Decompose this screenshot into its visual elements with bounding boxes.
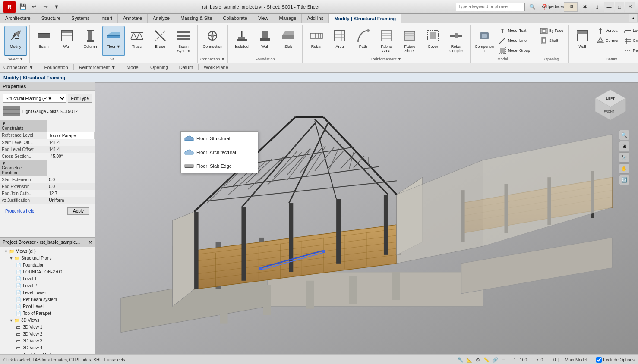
tree-item-3d-view-3[interactable]: 🗃 3D View 3 — [0, 338, 95, 345]
tree-item-foundation-2700[interactable]: 📄 FOUNDATION-2700 — [0, 269, 95, 276]
dormer-button[interactable]: Dormer — [594, 36, 621, 45]
path-button[interactable]: Path — [352, 26, 374, 56]
isolated-button[interactable]: Isolated — [231, 26, 253, 56]
tab-collaborate[interactable]: Collaborate — [218, 13, 253, 23]
shaft-button[interactable]: Shaft — [538, 36, 565, 45]
save-button[interactable]: 💾 — [18, 2, 28, 12]
tree-toggle-views[interactable]: ▼ — [3, 249, 9, 254]
rebar-coupler-button[interactable]: Rebar Coupler — [445, 26, 467, 56]
tree-item-3d-view-1[interactable]: 🗃 3D View 1 — [0, 324, 95, 331]
sub-ribbon-opening[interactable]: Opening — [150, 65, 168, 70]
tab-modify-structural[interactable]: Modify | Structural Framing — [329, 13, 401, 23]
canvas-area[interactable]: LEFT FRONT 🔍 ⊞ 🔭 ✋ 🔄 Floor: Structural — [95, 82, 638, 354]
exclude-options-checkbox[interactable]: Exclude Options — [596, 357, 635, 363]
truss-button[interactable]: Truss — [126, 26, 148, 56]
tab-view[interactable]: View — [253, 13, 274, 23]
search-input[interactable] — [456, 3, 525, 11]
prop-val-end-ext[interactable]: 0.0 — [47, 183, 94, 190]
datum-wall-button[interactable]: Wall — [571, 26, 594, 56]
tree-item-3d-views[interactable]: ▼ 📁 3D Views — [0, 317, 95, 324]
search-icon[interactable]: 🔍 — [527, 2, 537, 12]
sub-ribbon-connection[interactable]: Connection ▼ — [3, 65, 34, 70]
tree-toggle-struct-plans[interactable]: ▼ — [9, 256, 14, 261]
tab-insert[interactable]: Insert — [95, 13, 118, 23]
rebar-button[interactable]: Rebar — [305, 26, 328, 56]
exclude-options-input[interactable] — [596, 357, 602, 363]
tree-toggle-3d[interactable]: ▼ — [9, 318, 14, 323]
slab-button[interactable]: Slab — [277, 26, 300, 56]
tree-item-analytical-model[interactable]: 🗃 Analytical Model — [0, 351, 95, 355]
status-icon-5[interactable]: 🔗 — [492, 356, 499, 363]
tree-item-roof-level[interactable]: 📄 Roof Level — [0, 303, 95, 310]
prop-val-start-level[interactable]: 141.4 — [47, 139, 94, 146]
undo-button[interactable]: ↩ — [29, 2, 39, 12]
cover-button[interactable]: Cover — [422, 26, 444, 56]
sub-ribbon-model[interactable]: Model — [126, 65, 139, 70]
close-button[interactable]: ✕ — [625, 2, 635, 12]
tree-item-3d-view-2[interactable]: 🗃 3D View 2 — [0, 331, 95, 338]
component-button[interactable]: Component — [473, 26, 496, 56]
tab-massing[interactable]: Massing & Site — [175, 13, 218, 23]
wall-foundation-button[interactable]: Wall — [254, 26, 276, 56]
status-icon-4[interactable]: 📏 — [483, 356, 490, 363]
modify-tool-button[interactable]: Modify — [4, 26, 27, 56]
tab-annotate[interactable]: Annotate — [118, 13, 148, 23]
status-icon-6[interactable]: ☰ — [500, 356, 507, 363]
properties-help-link[interactable]: Properties help — [3, 208, 37, 214]
prop-val-cross-section[interactable]: -45.00° — [47, 153, 94, 160]
type-selector-dropdown[interactable]: Structural Framing (P ▼ — [3, 94, 66, 103]
level-button[interactable]: Level — [622, 26, 638, 35]
model-text-button[interactable]: T Model Text — [496, 26, 532, 35]
timer-button[interactable]: 30 — [564, 2, 578, 12]
tree-item-3d-view-4[interactable]: 🗃 3D View 4 — [0, 345, 95, 351]
wall-button[interactable]: Wall — [56, 26, 78, 56]
tab-analyze[interactable]: Analyze — [148, 13, 175, 23]
ref-plane-button[interactable]: Ref Plane — [622, 46, 638, 55]
pan-button[interactable]: ✋ — [619, 163, 629, 174]
tree-item-structural-plans[interactable]: ▼ 📁 Structural Plans — [0, 255, 95, 262]
beam-system-button[interactable]: Beam System — [172, 26, 195, 56]
prop-val-reference-level[interactable]: Top of Parape — [47, 132, 94, 139]
tree-item-foundation[interactable]: 📄 Foundation — [0, 262, 95, 269]
brace-button[interactable]: Brace — [149, 26, 171, 56]
tab-addins[interactable]: Add-Ins — [302, 13, 329, 23]
tree-item-top-parapet[interactable]: 📄 Top of Parapet — [0, 310, 95, 317]
prop-val-start-ext[interactable]: 0.0 — [47, 176, 94, 183]
connection-button[interactable]: Connection — [201, 26, 224, 56]
minimize-button[interactable]: — — [604, 2, 614, 12]
browser-close-button[interactable]: × — [88, 239, 92, 245]
column-button[interactable]: Column — [79, 26, 101, 56]
grid-button[interactable]: Grid — [622, 36, 638, 45]
fabric-area-button[interactable]: Fabric Area — [375, 26, 398, 56]
tree-item-level-1[interactable]: 📄 Level 1 — [0, 276, 95, 282]
model-line-button[interactable]: Model Line — [496, 36, 532, 45]
sub-ribbon-datum[interactable]: Datum — [179, 65, 193, 70]
floor-architectural-option[interactable]: Floor: Architectural — [181, 145, 258, 159]
sub-ribbon-foundation[interactable]: Foundation — [44, 65, 68, 70]
redo-button[interactable]: ↪ — [41, 2, 50, 12]
ribbon-collapse-button[interactable]: ▲ — [629, 14, 638, 22]
model-group-button[interactable]: Model Group — [496, 46, 532, 55]
floor-slab-edge-option[interactable]: Floor: Slab Edge — [181, 159, 258, 173]
zoom-in-button[interactable]: 🔍 — [619, 130, 629, 140]
fabric-sheet-button[interactable]: Fabric Sheet — [398, 26, 421, 56]
by-face-button[interactable]: By Face — [538, 26, 565, 35]
status-icon-1[interactable]: 🔧 — [457, 356, 464, 363]
vertical-button[interactable]: Vertical — [594, 26, 621, 35]
zoom-extent-button[interactable]: ⊞ — [619, 141, 629, 151]
tab-manage[interactable]: Manage — [274, 13, 302, 23]
edit-type-button[interactable]: Edit Type — [68, 94, 92, 103]
prop-val-end-level[interactable]: 141.4 — [47, 146, 94, 153]
apply-button[interactable]: Apply — [67, 207, 89, 215]
sub-ribbon-reinforcement[interactable]: Reinforcement ▼ — [79, 65, 116, 70]
status-icon-3[interactable]: ⚙ — [474, 356, 481, 363]
zoom-out-button[interactable]: 🔭 — [619, 152, 629, 163]
qa-dropdown-button[interactable]: ▼ — [52, 2, 61, 12]
prop-val-vz-just[interactable]: Uniform — [47, 197, 94, 204]
floor-structural-option[interactable]: Floor: Structural — [181, 132, 258, 145]
tree-item-views-all[interactable]: ▼ 📁 Views (all) — [0, 248, 95, 255]
area-button[interactable]: Area — [328, 26, 351, 56]
beam-button[interactable]: Beam — [32, 26, 55, 56]
status-icon-2[interactable]: 📐 — [466, 356, 473, 363]
tree-item-level-lower[interactable]: 📄 Level Lower — [0, 289, 95, 296]
